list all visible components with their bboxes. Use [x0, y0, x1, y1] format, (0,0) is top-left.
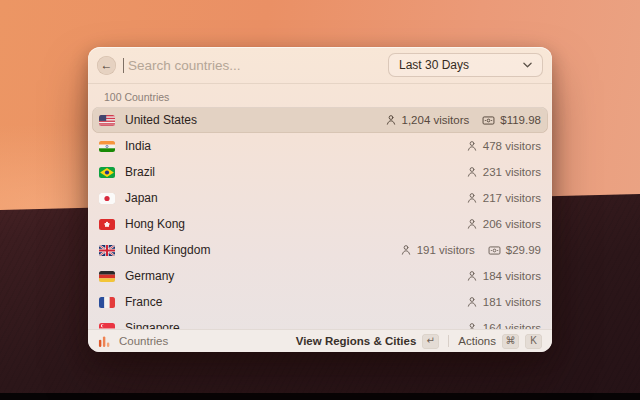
- footer-actions: View Regions & Cities ↵ Actions ⌘ K: [296, 334, 542, 349]
- time-filter-dropdown[interactable]: Last 30 Days: [388, 53, 543, 77]
- country-name: France: [125, 295, 162, 309]
- bar-chart-icon: [98, 335, 111, 348]
- visitors-metric: 164 visitors: [466, 322, 541, 329]
- country-row[interactable]: Germany184 visitors: [92, 263, 548, 289]
- flag-sg-icon: [99, 323, 115, 330]
- visitors-count: 206 visitors: [483, 218, 541, 230]
- time-filter-value: Last 30 Days: [399, 58, 469, 72]
- visitors-metric: 1,204 visitors: [385, 114, 470, 126]
- country-row[interactable]: United Kingdom191 visitors$29.99: [92, 237, 548, 263]
- visitors-count: 164 visitors: [483, 322, 541, 329]
- bottom-screen-strip: [0, 393, 640, 400]
- person-icon: [466, 192, 478, 204]
- row-metrics: 164 visitors: [466, 322, 541, 329]
- visitors-count: 217 visitors: [483, 192, 541, 204]
- country-row[interactable]: United States1,204 visitors$119.98: [92, 107, 548, 133]
- person-icon: [466, 296, 478, 308]
- flag-de-icon: [99, 271, 115, 282]
- actions-button[interactable]: Actions: [458, 335, 496, 347]
- view-regions-button[interactable]: View Regions & Cities: [296, 335, 417, 347]
- chevron-down-icon: [523, 62, 532, 68]
- countries-search-window: ← Search countries... Last 30 Days 100 C…: [88, 47, 552, 352]
- country-row[interactable]: Singapore164 visitors: [92, 315, 548, 329]
- visitors-count: 181 visitors: [483, 296, 541, 308]
- person-icon: [385, 114, 397, 126]
- revenue-amount: $119.98: [500, 114, 541, 126]
- row-metrics: 191 visitors$29.99: [400, 244, 541, 257]
- country-row[interactable]: France181 visitors: [92, 289, 548, 315]
- footer-source-label: Countries: [119, 335, 168, 347]
- country-name: United States: [125, 113, 197, 127]
- person-icon: [466, 322, 478, 329]
- country-row[interactable]: Japan217 visitors: [92, 185, 548, 211]
- footer-divider: [448, 335, 449, 347]
- flag-br-icon: [99, 167, 115, 178]
- flag-gb-icon: [99, 245, 115, 256]
- visitors-metric: 191 visitors: [400, 244, 475, 256]
- row-metrics: 217 visitors: [466, 192, 541, 204]
- visitors-metric: 478 visitors: [466, 140, 541, 152]
- section-header: 100 Countries: [88, 84, 552, 106]
- person-icon: [466, 166, 478, 178]
- person-icon: [466, 218, 478, 230]
- revenue-metric: $119.98: [482, 114, 541, 127]
- country-name: Hong Kong: [125, 217, 185, 231]
- country-name: India: [125, 139, 151, 153]
- flag-in-icon: [99, 141, 115, 152]
- footer-source: Countries: [98, 335, 168, 348]
- flag-jp-icon: [99, 193, 115, 204]
- banknote-icon: [488, 244, 501, 257]
- visitors-metric: 231 visitors: [466, 166, 541, 178]
- country-name: Brazil: [125, 165, 155, 179]
- row-metrics: 1,204 visitors$119.98: [385, 114, 541, 127]
- row-metrics: 206 visitors: [466, 218, 541, 230]
- return-key-badge: ↵: [422, 334, 439, 349]
- footer-bar: Countries View Regions & Cities ↵ Action…: [88, 329, 552, 352]
- row-metrics: 184 visitors: [466, 270, 541, 282]
- country-row[interactable]: India478 visitors: [92, 133, 548, 159]
- country-name: United Kingdom: [125, 243, 210, 257]
- country-name: Singapore: [125, 321, 180, 329]
- flag-fr-icon: [99, 297, 115, 308]
- revenue-amount: $29.99: [506, 244, 541, 256]
- visitors-count: 1,204 visitors: [402, 114, 470, 126]
- flag-hk-icon: [99, 219, 115, 230]
- visitors-metric: 184 visitors: [466, 270, 541, 282]
- row-metrics: 478 visitors: [466, 140, 541, 152]
- visitors-count: 184 visitors: [483, 270, 541, 282]
- visitors-count: 478 visitors: [483, 140, 541, 152]
- text-cursor: [123, 58, 124, 73]
- back-arrow-icon: ←: [101, 59, 113, 71]
- flag-us-icon: [99, 115, 115, 126]
- person-icon: [466, 140, 478, 152]
- country-name: Japan: [125, 191, 158, 205]
- person-icon: [466, 270, 478, 282]
- search-input[interactable]: Search countries...: [128, 58, 381, 73]
- banknote-icon: [482, 114, 495, 127]
- country-row[interactable]: Hong Kong206 visitors: [92, 211, 548, 237]
- cmd-key-badge: ⌘: [502, 334, 519, 349]
- revenue-metric: $29.99: [488, 244, 541, 257]
- visitors-metric: 206 visitors: [466, 218, 541, 230]
- person-icon: [400, 244, 412, 256]
- visitors-metric: 217 visitors: [466, 192, 541, 204]
- visitors-count: 231 visitors: [483, 166, 541, 178]
- country-row[interactable]: Brazil231 visitors: [92, 159, 548, 185]
- k-key-badge: K: [525, 334, 542, 349]
- row-metrics: 231 visitors: [466, 166, 541, 178]
- country-name: Germany: [125, 269, 174, 283]
- visitors-metric: 181 visitors: [466, 296, 541, 308]
- row-metrics: 181 visitors: [466, 296, 541, 308]
- visitors-count: 191 visitors: [417, 244, 475, 256]
- back-button[interactable]: ←: [97, 56, 116, 75]
- search-header: ← Search countries... Last 30 Days: [88, 47, 552, 83]
- country-list: United States1,204 visitors$119.98India4…: [88, 106, 552, 329]
